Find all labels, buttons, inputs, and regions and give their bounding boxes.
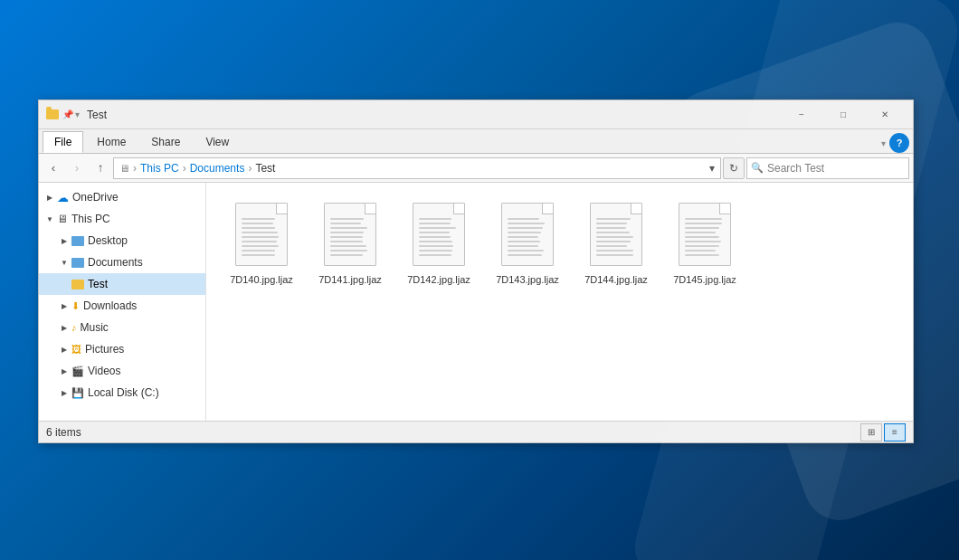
expand-downloads-icon[interactable]: ▶ (57, 299, 71, 313)
forward-button[interactable]: › (66, 157, 88, 179)
onedrive-icon: ☁ (57, 191, 69, 204)
file-name-2: 7D142.jpg.ljaz (407, 273, 470, 286)
expand-music-icon[interactable]: ▶ (57, 320, 71, 335)
sidebar-item-documents[interactable]: ▼ Documents (39, 252, 205, 273)
expand-pictures-icon[interactable]: ▶ (57, 342, 71, 356)
sidebar-item-test[interactable]: Test (39, 273, 205, 295)
file-corner-0 (276, 204, 287, 214)
file-corner-5 (719, 204, 730, 214)
file-lines-3 (508, 218, 547, 259)
refresh-button[interactable]: ↻ (723, 157, 745, 179)
sidebar-item-pictures[interactable]: ▶ 🖼 Pictures (39, 338, 205, 360)
file-lines-1 (330, 218, 370, 259)
sidebar-item-this-pc[interactable]: ▼ 🖥 This PC (39, 208, 205, 230)
file-icon-0 (233, 203, 290, 270)
search-input[interactable] (767, 162, 905, 175)
up-button[interactable]: ↑ (90, 157, 111, 179)
file-page-1 (324, 203, 376, 266)
maximize-button[interactable]: □ (822, 100, 864, 129)
quick-access-pin: 📌 (62, 109, 73, 119)
window-title: Test (87, 109, 781, 121)
file-corner-2 (453, 204, 464, 214)
file-item-2[interactable]: 7D142.jpg.ljaz (398, 197, 480, 291)
file-lines-2 (419, 218, 459, 259)
close-button[interactable]: ✕ (864, 100, 906, 129)
tab-file[interactable]: File (43, 131, 83, 153)
sidebar-item-local-disk[interactable]: ▶ 💾 Local Disk (C:) (39, 382, 205, 403)
sidebar-label-this-pc: This PC (71, 213, 110, 225)
breadcrumb-this-pc[interactable]: This PC (140, 162, 179, 175)
help-button[interactable]: ? (889, 133, 909, 153)
file-lines-4 (596, 218, 636, 259)
breadcrumb-sep-3: › (248, 162, 252, 175)
file-item-4[interactable]: 7D144.jpg.ljaz (575, 197, 657, 291)
sidebar-item-onedrive[interactable]: ▶ ☁ OneDrive (39, 186, 205, 208)
expand-this-pc-icon[interactable]: ▼ (43, 212, 57, 226)
breadcrumb-dropdown-icon[interactable]: ▾ (709, 162, 715, 175)
window-folder-icon (46, 109, 59, 119)
file-icon-2 (410, 203, 468, 270)
breadcrumb-test: Test (255, 162, 275, 175)
sidebar-label-desktop: Desktop (88, 234, 128, 247)
file-icon-3 (498, 203, 556, 270)
file-corner-1 (365, 204, 375, 214)
sidebar-item-desktop[interactable]: ▶ Desktop (39, 230, 205, 252)
file-name-5: 7D145.jpg.ljaz (673, 273, 736, 286)
title-bar: 📌 ▾ Test − □ ✕ (39, 100, 913, 129)
back-icon: ‹ (52, 161, 55, 175)
window-controls: − □ ✕ (781, 100, 906, 129)
file-page-4 (590, 203, 642, 266)
file-page-2 (413, 203, 465, 266)
search-bar[interactable]: 🔍 (746, 157, 909, 179)
downloads-icon: ⬇ (71, 300, 80, 312)
file-item-3[interactable]: 7D143.jpg.ljaz (487, 197, 568, 291)
pictures-icon: 🖼 (71, 344, 81, 355)
sidebar-label-local-disk: Local Disk (C:) (88, 386, 159, 399)
forward-icon: › (75, 161, 79, 175)
file-page-3 (501, 203, 554, 266)
list-view-button[interactable]: ≡ (884, 423, 906, 441)
file-icon-1 (321, 203, 379, 270)
expand-disk-icon[interactable]: ▶ (57, 385, 71, 400)
quick-access-arrow: ▾ (75, 109, 80, 119)
tab-home[interactable]: Home (85, 131, 138, 153)
documents-folder-icon (71, 258, 84, 268)
minimize-button[interactable]: − (781, 100, 822, 129)
expand-onedrive-icon[interactable]: ▶ (43, 190, 57, 204)
expand-documents-icon[interactable]: ▼ (57, 255, 71, 270)
computer-icon: 🖥 (57, 213, 68, 225)
back-button[interactable]: ‹ (43, 157, 64, 179)
file-item-1[interactable]: 7D141.jpg.ljaz (309, 197, 391, 291)
breadcrumb-documents[interactable]: Documents (190, 162, 245, 175)
file-name-1: 7D141.jpg.ljaz (318, 273, 382, 286)
sidebar-label-documents: Documents (88, 256, 143, 269)
file-item-5[interactable]: 7D145.jpg.ljaz (664, 197, 745, 291)
sidebar-item-music[interactable]: ▶ ♪ Music (39, 317, 205, 338)
file-item-0[interactable]: 7D140.jpg.ljaz (221, 197, 302, 291)
sidebar-item-downloads[interactable]: ▶ ⬇ Downloads (39, 295, 205, 317)
search-magnifier-icon: 🔍 (751, 162, 764, 174)
breadcrumb-sep-2: › (183, 162, 186, 175)
ribbon-expand-icon[interactable]: ▾ (881, 138, 886, 148)
expand-videos-icon[interactable]: ▶ (57, 364, 71, 378)
tab-share[interactable]: Share (139, 131, 192, 153)
sidebar-label-downloads: Downloads (83, 299, 137, 312)
file-name-4: 7D144.jpg.ljaz (584, 273, 648, 286)
expand-desktop-icon[interactable]: ▶ (57, 233, 71, 248)
grid-view-button[interactable]: ⊞ (860, 423, 882, 441)
item-count: 6 items (46, 426, 81, 439)
tab-view[interactable]: View (194, 131, 241, 153)
sidebar-item-videos[interactable]: ▶ 🎬 Videos (39, 360, 205, 382)
sidebar-label-onedrive: OneDrive (72, 191, 119, 204)
sidebar-label-pictures: Pictures (85, 343, 124, 356)
file-corner-3 (542, 204, 553, 214)
sidebar-label-music: Music (81, 321, 109, 334)
breadcrumb[interactable]: 🖥 › This PC › Documents › Test ▾ (113, 157, 721, 179)
breadcrumb-sep-1: › (133, 162, 137, 175)
file-page-0 (235, 203, 288, 266)
file-icon-5 (676, 203, 734, 270)
explorer-window: 📌 ▾ Test − □ ✕ File Home Share View ▾ ? … (38, 100, 914, 443)
ribbon-tabs: File Home Share View ▾ ? (39, 129, 913, 153)
file-name-0: 7D140.jpg.ljaz (230, 273, 293, 286)
file-lines-5 (685, 218, 725, 259)
